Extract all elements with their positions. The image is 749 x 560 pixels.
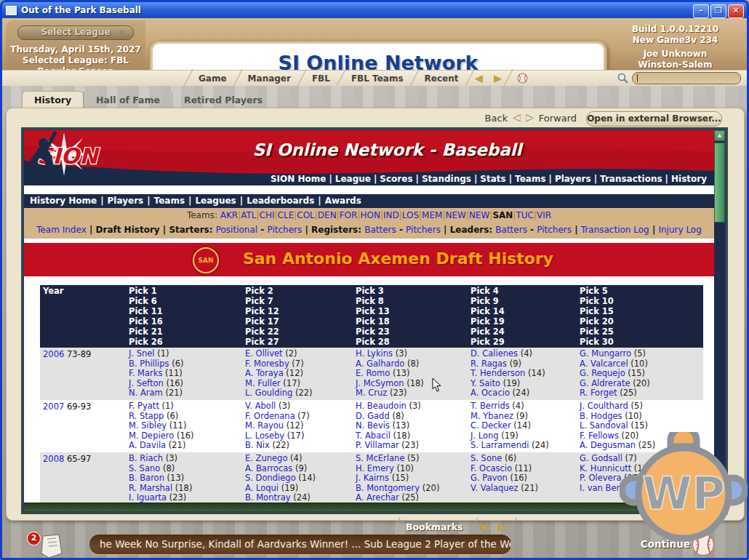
player-link[interactable]: B. Montray bbox=[245, 492, 291, 503]
minimize-button[interactable]: – bbox=[693, 4, 709, 18]
team-code-cle[interactable]: CLE bbox=[278, 210, 295, 220]
page-back-icon[interactable]: ◁ bbox=[513, 112, 521, 124]
year-link-2006[interactable]: 2006 bbox=[43, 349, 64, 359]
history-nav-awards[interactable]: Awards bbox=[325, 196, 361, 206]
menu-tab-manager[interactable]: Manager bbox=[238, 73, 301, 84]
player-link[interactable]: N. Bevis bbox=[356, 420, 390, 431]
history-forward-icon[interactable]: ▶ bbox=[489, 73, 508, 84]
player-link[interactable]: B. Phillips bbox=[129, 359, 169, 369]
history-nav-leaderboards[interactable]: Leaderboards bbox=[247, 196, 314, 206]
scroll-up-button[interactable]: ▲ bbox=[714, 130, 725, 141]
back-label[interactable]: Back bbox=[485, 113, 508, 124]
open-external-browser-button[interactable]: Open in external Browser... bbox=[586, 111, 722, 127]
subnav-link-transaction-log[interactable]: Transaction Log bbox=[581, 225, 649, 235]
player-link[interactable]: B. Baron bbox=[129, 473, 164, 483]
team-code-for[interactable]: FOR bbox=[340, 210, 358, 220]
player-link[interactable]: G. Godsall bbox=[580, 453, 622, 463]
player-link[interactable]: T. Abacil bbox=[356, 431, 390, 441]
year-link-2008[interactable]: 2008 bbox=[43, 454, 64, 464]
player-link[interactable]: F. Ocascio bbox=[470, 463, 512, 473]
player-link[interactable]: L. Loseby bbox=[245, 431, 284, 441]
player-link[interactable]: T. Berrids bbox=[470, 401, 510, 411]
player-link[interactable]: F. Marks bbox=[129, 368, 162, 378]
player-link[interactable]: D. Gadd bbox=[356, 411, 390, 421]
continue-button[interactable]: Continue bbox=[641, 538, 690, 550]
player-link[interactable]: S. Dondiego bbox=[245, 473, 296, 483]
player-link[interactable]: A. Barrocas bbox=[245, 463, 292, 473]
menu-tab-game[interactable]: Game bbox=[188, 73, 237, 84]
main-nav-scores[interactable]: Scores bbox=[380, 174, 412, 184]
menu-tab-fbl[interactable]: FBL bbox=[302, 73, 340, 84]
team-code-san-current[interactable]: SAN bbox=[492, 210, 513, 220]
player-link[interactable]: M. Cruz bbox=[356, 388, 387, 398]
team-code-vir[interactable]: VIR bbox=[537, 210, 551, 220]
player-link[interactable]: A. Davila bbox=[129, 440, 166, 450]
team-code-chi[interactable]: CHI bbox=[260, 210, 275, 220]
close-button[interactable]: ✕ bbox=[728, 4, 744, 18]
player-link[interactable]: S. McErlane bbox=[356, 453, 404, 463]
player-link[interactable]: J. Long bbox=[470, 431, 499, 441]
player-link[interactable]: A. Degusman bbox=[580, 440, 636, 450]
team-code-hon[interactable]: HON bbox=[360, 210, 380, 220]
player-link[interactable]: C. Decker bbox=[470, 420, 511, 431]
player-link[interactable]: V. Aboll bbox=[245, 401, 276, 411]
forward-label[interactable]: Forward bbox=[539, 113, 577, 124]
team-code-los[interactable]: LOS bbox=[402, 210, 419, 220]
player-link[interactable]: S. Sano bbox=[129, 463, 160, 473]
subnav-link-batters[interactable]: Batters bbox=[364, 225, 396, 235]
player-link[interactable]: G. Requejo bbox=[580, 368, 625, 378]
player-link[interactable]: M. Sibley bbox=[129, 420, 167, 431]
player-link[interactable]: F. Ordenana bbox=[245, 411, 295, 421]
history-nav-leagues[interactable]: Leagues bbox=[195, 196, 236, 206]
tab-retired-players[interactable]: Retired Players bbox=[172, 92, 274, 108]
subnav-link-pitchers[interactable]: Pitchers bbox=[406, 225, 441, 235]
history-nav-teams[interactable]: Teams bbox=[154, 196, 185, 206]
main-nav-transactions[interactable]: Transactions bbox=[600, 174, 662, 184]
scroll-down-button[interactable]: ▼ bbox=[714, 500, 725, 511]
player-link[interactable]: M. Fuller bbox=[245, 378, 281, 388]
player-link[interactable]: E. Romo bbox=[356, 368, 390, 378]
player-link[interactable]: L. Goulding bbox=[245, 388, 292, 398]
subnav-link-injury-log[interactable]: Injury Log bbox=[658, 225, 701, 235]
year-link-2007[interactable]: 2007 bbox=[43, 401, 64, 412]
player-link[interactable]: M. Ybanez bbox=[470, 411, 513, 421]
player-link[interactable]: H. Lykins bbox=[356, 348, 393, 359]
player-link[interactable]: T. Henderson bbox=[470, 368, 525, 378]
bookmark-back-icon[interactable]: ◀ bbox=[473, 521, 492, 532]
player-link[interactable]: G. Pavon bbox=[470, 473, 508, 483]
subnav-link-batters[interactable]: Batters bbox=[495, 225, 527, 235]
page-forward-icon[interactable]: ▷ bbox=[526, 112, 534, 124]
player-link[interactable]: P. Olevera bbox=[580, 473, 621, 483]
player-link[interactable]: I. Iguarta bbox=[129, 492, 167, 503]
team-code-akr[interactable]: AKR bbox=[220, 210, 238, 220]
player-link[interactable]: Y. Saito bbox=[470, 378, 500, 388]
player-link[interactable]: A. Galhardo bbox=[356, 359, 404, 369]
subnav-link-pitchers[interactable]: Pitchers bbox=[267, 225, 302, 235]
player-link[interactable]: S. Sone bbox=[470, 453, 502, 463]
main-nav-players[interactable]: Players bbox=[555, 174, 591, 184]
menu-tab-fbl-teams[interactable]: FBL Teams bbox=[341, 73, 414, 84]
player-link[interactable]: R. Stapp bbox=[129, 411, 164, 421]
player-link[interactable]: J. Coulthard bbox=[580, 401, 628, 411]
player-link[interactable]: I. van Bennekom bbox=[580, 483, 650, 493]
player-link[interactable]: A. Toraya bbox=[245, 368, 284, 378]
player-link[interactable]: R. Forget bbox=[580, 388, 617, 398]
main-nav-league[interactable]: League bbox=[335, 174, 371, 184]
subnav-link-pitchers[interactable]: Pitchers bbox=[537, 225, 572, 235]
subnav-link-team-index[interactable]: Team Index bbox=[36, 225, 87, 235]
player-link[interactable]: A. Loqui bbox=[245, 483, 279, 493]
player-link[interactable]: G. Aldrerate bbox=[580, 378, 630, 388]
maximize-button[interactable]: ❐ bbox=[710, 4, 726, 18]
player-link[interactable]: B. Nix bbox=[245, 440, 270, 450]
player-link[interactable]: M. Depiero bbox=[129, 431, 174, 441]
player-link[interactable]: B. Montgomery bbox=[356, 483, 420, 493]
player-link[interactable]: J. Sefton bbox=[129, 378, 164, 388]
menu-tab-recent[interactable]: Recent bbox=[414, 73, 469, 84]
team-code-col[interactable]: COL bbox=[297, 210, 315, 220]
player-link[interactable]: D. Calienes bbox=[470, 348, 518, 359]
team-code-atl[interactable]: ATL bbox=[241, 210, 256, 220]
player-link[interactable]: F. Moresby bbox=[245, 359, 289, 369]
tab-hall-of-fame[interactable]: Hall of Fame bbox=[84, 92, 172, 108]
player-link[interactable]: A. Valcarcel bbox=[580, 359, 628, 369]
player-link[interactable]: H. Emery bbox=[356, 463, 394, 473]
